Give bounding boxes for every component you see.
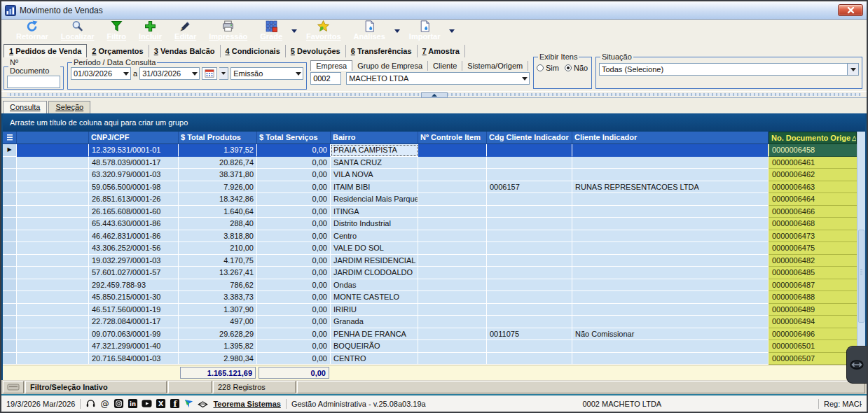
cell-blank[interactable] bbox=[17, 316, 89, 328]
cell-indicador[interactable] bbox=[572, 230, 769, 243]
cell-servicos[interactable]: 0,00 bbox=[257, 291, 331, 304]
cell-doc[interactable]: 0000006485 bbox=[769, 267, 857, 279]
cell-blank[interactable] bbox=[17, 206, 89, 218]
cell-cdg[interactable] bbox=[487, 304, 572, 316]
cell-blank[interactable] bbox=[17, 279, 89, 292]
cell-cdg[interactable] bbox=[487, 353, 572, 365]
column-header-cnpj[interactable]: CNPJ/CPF bbox=[89, 132, 179, 144]
importar-dropdown-caret[interactable] bbox=[446, 20, 457, 42]
cell-cdg[interactable] bbox=[487, 218, 572, 230]
table-row[interactable]: 48.578.039/0001-1720.826,740,00SANTA CRU… bbox=[3, 157, 857, 169]
cell-indicador[interactable] bbox=[572, 279, 769, 292]
column-header-bairro[interactable]: Bairro bbox=[331, 132, 418, 144]
cell-bairro[interactable]: ITAIM BIBI bbox=[331, 181, 418, 194]
cell-indicador[interactable] bbox=[572, 169, 769, 181]
cell-servicos[interactable]: 0,00 bbox=[257, 181, 331, 194]
cell-blank[interactable] bbox=[17, 267, 89, 279]
cell-doc[interactable]: 0000006458 bbox=[769, 144, 857, 157]
cell-indicador[interactable] bbox=[572, 242, 769, 255]
cell-produtos[interactable]: 7.926,00 bbox=[179, 181, 257, 194]
cell-cnpj[interactable]: 22.728.084/0001-17 bbox=[89, 316, 179, 328]
cell-servicos[interactable]: 0,00 bbox=[257, 328, 331, 341]
cell-indicador[interactable]: Não Comissionar bbox=[572, 328, 769, 341]
column-header-servicos[interactable]: $ Total Serviços bbox=[257, 132, 331, 144]
cell-produtos[interactable]: 1.307,90 bbox=[179, 304, 257, 316]
cell-servicos[interactable]: 0,00 bbox=[257, 242, 331, 255]
date-to-combo[interactable]: 31/03/2026 bbox=[139, 67, 200, 80]
cell-indicador[interactable] bbox=[572, 206, 769, 218]
cell-servicos[interactable]: 0,00 bbox=[257, 279, 331, 292]
cell-doc[interactable]: 0000006468 bbox=[769, 218, 857, 230]
cell-doc[interactable]: 0000006489 bbox=[769, 304, 857, 316]
cell-produtos[interactable]: 1.640,64 bbox=[179, 206, 257, 218]
cell-blank[interactable] bbox=[17, 193, 89, 206]
table-row[interactable]: 47.321.299/0001-401.395,820,00BOQUEIRÃO0… bbox=[3, 340, 857, 353]
cell-servicos[interactable]: 0,00 bbox=[257, 340, 331, 353]
cell-cdg[interactable] bbox=[487, 279, 572, 292]
editar-button[interactable]: Editar bbox=[168, 20, 202, 42]
calendar-dropdown-button[interactable] bbox=[219, 67, 228, 80]
at-icon[interactable]: @ bbox=[99, 398, 110, 409]
cell-blank[interactable] bbox=[17, 328, 89, 341]
cell-cnpj[interactable]: 19.032.297/0001-03 bbox=[89, 255, 179, 267]
grade-button[interactable]: Grade bbox=[254, 20, 289, 42]
cell-controle[interactable] bbox=[418, 230, 487, 243]
cell-cdg[interactable] bbox=[487, 157, 572, 169]
cell-indicador[interactable] bbox=[572, 218, 769, 230]
cell-cdg[interactable] bbox=[487, 144, 572, 157]
cell-cdg[interactable] bbox=[487, 206, 572, 218]
cell-cnpj[interactable]: 45.850.215/0001-30 bbox=[89, 291, 179, 304]
cell-cnpj[interactable]: 12.329.531/0001-01 bbox=[89, 144, 179, 157]
show-items-radio-sim[interactable]: Sim bbox=[537, 64, 559, 72]
favoritos-button[interactable]: Favoritos bbox=[300, 20, 347, 42]
cell-doc[interactable]: 0000006473 bbox=[769, 230, 857, 243]
table-row[interactable]: 46.517.560/0001-191.307,900,00IRIRIU0000… bbox=[3, 304, 857, 316]
cell-doc[interactable]: 0000006482 bbox=[769, 255, 857, 267]
cell-controle[interactable] bbox=[418, 340, 487, 353]
cell-produtos[interactable]: 18.342,86 bbox=[179, 193, 257, 206]
tab-condicionais[interactable]: 4 Condicionais bbox=[221, 45, 286, 57]
cell-controle[interactable] bbox=[418, 169, 487, 181]
cell-controle[interactable] bbox=[418, 353, 487, 365]
cell-cnpj[interactable]: 65.443.630/0001-86 bbox=[89, 218, 179, 230]
cell-bairro[interactable]: JARDIM RESIDENCIAL RC bbox=[331, 255, 418, 267]
entity-tab-grupo-de-empresa[interactable]: Grupo de Empresa bbox=[352, 61, 428, 71]
cell-cnpj[interactable]: 46.462.831/0001-86 bbox=[89, 230, 179, 243]
cell-bairro[interactable]: IRIRIU bbox=[331, 304, 418, 316]
cell-controle[interactable] bbox=[418, 279, 487, 292]
cell-produtos[interactable]: 2.980,34 bbox=[179, 353, 257, 365]
cell-blank[interactable] bbox=[17, 157, 89, 169]
cell-produtos[interactable]: 1.395,82 bbox=[179, 340, 257, 353]
cell-produtos[interactable]: 497,00 bbox=[179, 316, 257, 328]
cell-cdg[interactable] bbox=[487, 242, 572, 255]
entity-tab-cliente[interactable]: Cliente bbox=[428, 61, 462, 71]
company-code-input[interactable] bbox=[310, 72, 341, 85]
retornar-button[interactable]: Retornar bbox=[10, 20, 55, 42]
cell-servicos[interactable]: 0,00 bbox=[257, 255, 331, 267]
cell-controle[interactable] bbox=[418, 328, 487, 341]
importar-button[interactable]: Importar bbox=[403, 20, 447, 42]
cell-cnpj[interactable]: 43.306.252/0001-56 bbox=[89, 242, 179, 255]
cell-controle[interactable] bbox=[418, 193, 487, 206]
cell-cdg[interactable] bbox=[487, 267, 572, 279]
cell-doc[interactable]: 0000006464 bbox=[769, 193, 857, 206]
facebook-icon[interactable]: f bbox=[170, 398, 180, 409]
filtro-button[interactable]: Filtro bbox=[101, 20, 133, 42]
cell-servicos[interactable]: 0,00 bbox=[257, 218, 331, 230]
cell-cnpj[interactable]: 57.601.027/0001-57 bbox=[89, 267, 179, 279]
show-items-radio-não[interactable]: Não bbox=[565, 64, 588, 72]
cell-cdg[interactable]: 0011075 bbox=[487, 328, 572, 341]
tab-transfer-ncias[interactable]: 6 Transferências bbox=[346, 45, 418, 57]
vertical-scrollbar[interactable] bbox=[857, 132, 865, 365]
table-row[interactable]: 45.850.215/0001-303.383,730,00MONTE CAST… bbox=[3, 291, 857, 304]
cell-blank[interactable] bbox=[17, 242, 89, 255]
cell-cdg[interactable] bbox=[487, 316, 572, 328]
cell-produtos[interactable]: 288,40 bbox=[179, 218, 257, 230]
cell-servicos[interactable]: 0,00 bbox=[257, 193, 331, 206]
cell-cnpj[interactable]: 63.320.979/0001-03 bbox=[89, 169, 179, 181]
cell-doc[interactable]: 0000006462 bbox=[769, 169, 857, 181]
situation-combo[interactable]: Todas (Selecione) bbox=[599, 63, 859, 76]
cell-servicos[interactable]: 0,00 bbox=[257, 316, 331, 328]
cell-controle[interactable] bbox=[418, 255, 487, 267]
cell-bairro[interactable]: MONTE CASTELO bbox=[331, 291, 418, 304]
